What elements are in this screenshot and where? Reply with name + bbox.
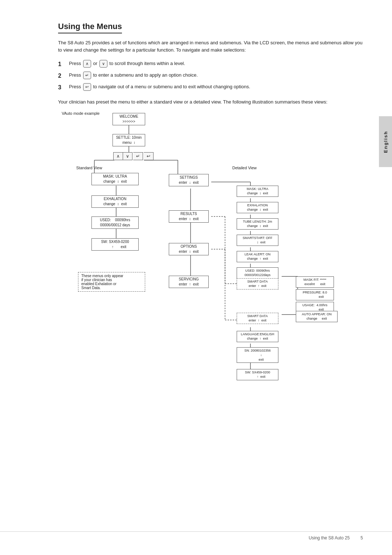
std-sw-text: SW: SX459-0200 ↑ exit <box>101 240 129 249</box>
footer: Using the S8 Auto 25 5 <box>0 531 392 540</box>
det-sw-text: SW: SX459-0200 ↑ exit <box>245 370 270 379</box>
step-3-num: 3 <box>58 83 67 92</box>
welcome-box: WELCOME>>>>>> <box>113 113 145 125</box>
det-sw-box: SW: SX459-0200 ↑ exit <box>237 369 278 380</box>
results-text: RESULTSenter ↕ exit <box>179 212 199 221</box>
det-autoappear-box: AUTO APPEAR: ONchange exit <box>296 311 338 322</box>
step-2-content: Press ↵ to enter a submenu and to apply … <box>69 72 363 79</box>
settle-box: SETTLE: 10minmenu ↕ <box>113 134 145 146</box>
det-smartdata1-text: SMART DATAenter ↑ exit <box>247 280 268 288</box>
servicing-text: SERVICINGenter ↑ exit <box>179 277 199 286</box>
settings-box: SETTINGSenter ↓ exit <box>169 174 209 186</box>
std-sw-box: SW: SX459-0200 ↑ exit <box>91 238 139 251</box>
step-3-suffix: to navigate out of a menu or submenu and… <box>93 84 250 89</box>
step-2-press: Press <box>69 72 81 78</box>
det-language-text: LANGUAGE:ENGLISHchange ↑ exit <box>241 332 274 341</box>
det-used-text: USED: 00090hrs00003/00122days <box>245 269 271 277</box>
btn-down-icon: ∨ <box>99 60 107 68</box>
dashed-note-text: These menus only appearif your clinician… <box>81 274 123 290</box>
detailed-view-label: Detailed View <box>232 166 257 170</box>
intro-text: The S8 Auto 25 provides a set of functio… <box>58 39 363 53</box>
vauto-label: VAuto mode example <box>62 111 99 116</box>
det-tube-box: TUBE LENGTH: 2mchange ↕ exit <box>237 218 278 230</box>
step-2-suffix: to enter a submenu and to apply an optio… <box>93 72 197 78</box>
det-smartstart-text: SMARTSTART: OFF ↕ exit <box>242 236 272 244</box>
diagram-svg <box>58 109 370 407</box>
settings-text: SETTINGSenter ↓ exit <box>179 175 199 185</box>
std-exhalation-box: EXHALATIONchange ↕ exit <box>91 195 139 208</box>
page-title: Using the Menus <box>58 22 122 33</box>
settle-text: SETTLE: 10minmenu ↕ <box>116 135 142 145</box>
det-maskfit-box: MASK FIT: *****excelnt exit <box>296 276 334 288</box>
step-1-or: or <box>93 61 97 66</box>
std-mask-box: MASK: ULTRAchange ↕ exit <box>91 173 139 185</box>
step-3: 3 Press ↩ to navigate out of a menu or s… <box>58 83 363 92</box>
btn-enter-icon: ↵ <box>83 72 91 79</box>
det-smartdata1-box: SMART DATAenter ↑ exit <box>237 278 278 289</box>
det-exhalation-box: EXHALATIONchange ↕ exit <box>237 202 278 213</box>
det-leak-text: LEAK ALERT: ONchange ↑ exit <box>245 252 270 261</box>
standard-view-label: Standard View <box>76 166 102 170</box>
servicing-box: SERVICINGenter ↑ exit <box>169 276 209 288</box>
step-2: 2 Press ↵ to enter a submenu and to appl… <box>58 72 363 80</box>
det-used-box: USED: 00090hrs00003/00122days <box>237 267 278 279</box>
nav-buttons-area: ∧ ∨ ↵ ↩ <box>113 152 154 160</box>
nav-back-btn: ↩ <box>144 152 154 160</box>
page-container: English Using the Menus The S8 Auto 25 p… <box>0 0 392 555</box>
det-language-box: LANGUAGE:ENGLISHchange ↑ exit <box>237 331 278 342</box>
sidebar-tab: English <box>379 116 392 167</box>
step-1-content: Press ∧ or ∨ to scroll through items wit… <box>69 60 363 68</box>
det-leak-box: LEAK ALERT: ONchange ↑ exit <box>237 251 278 262</box>
det-tube-text: TUBE LENGTH: 2mchange ↕ exit <box>243 220 272 228</box>
det-pressure-text: PRESSURE: 8.0 exit <box>303 291 327 299</box>
view-text: Your clinician has preset the menu to ei… <box>58 98 363 106</box>
step-3-content: Press ↩ to navigate out of a menu or sub… <box>69 83 363 91</box>
std-mask-text: MASK: ULTRAchange ↕ exit <box>103 174 127 183</box>
det-exhalation-text: EXHALATIONchange ↕ exit <box>247 203 268 212</box>
nav-down-btn: ∨ <box>123 152 132 160</box>
welcome-text: WELCOME>>>>>> <box>119 114 138 123</box>
options-text: OPTIONSenter ↕ exit <box>179 244 199 254</box>
det-mask-text: MASK: ULTRAchange ↕ exit <box>247 187 268 195</box>
det-mask-box: MASK: ULTRAchange ↕ exit <box>237 186 278 197</box>
det-smartdata2-box: SMART DATAenter ↑ exit <box>237 313 278 324</box>
std-used-text: USED: 00090hrs00006/00012 days <box>100 218 130 227</box>
step-2-num: 2 <box>58 72 67 80</box>
det-smartstart-box: SMARTSTART: OFF ↕ exit <box>237 235 278 246</box>
nav-up-btn: ∧ <box>113 152 123 160</box>
step-1-num: 1 <box>58 60 67 69</box>
std-exhalation-text: EXHALATIONchange ↕ exit <box>103 197 127 206</box>
sidebar-label: English <box>383 131 388 153</box>
step-3-press: Press <box>69 84 81 89</box>
dashed-note-box: These menus only appearif your clinician… <box>78 272 145 292</box>
det-sn-box: SN: 20080102356 ↓ exit <box>237 347 278 363</box>
det-pressure-box: PRESSURE: 8.0 exit <box>296 289 334 300</box>
results-box: RESULTSenter ↕ exit <box>169 210 209 223</box>
footer-page: 5 <box>360 535 363 540</box>
btn-up-icon: ∧ <box>83 60 91 68</box>
det-smartdata2-text: SMART DATAenter ↑ exit <box>247 314 268 323</box>
det-sn-text: SN: 20080102356 ↓ exit <box>244 349 271 361</box>
btn-back-icon: ↩ <box>83 83 91 91</box>
det-maskfit-text: MASK FIT: *****excelnt exit <box>303 278 326 286</box>
step-1: 1 Press ∧ or ∨ to scroll through items w… <box>58 60 363 69</box>
std-used-box: USED: 00090hrs00006/00012 days <box>91 216 139 229</box>
steps-list: 1 Press ∧ or ∨ to scroll through items w… <box>58 60 363 92</box>
diagram-area: VAuto mode example WELCOME>>>>>> SETTLE:… <box>58 109 370 407</box>
footer-title: Using the S8 Auto 25 <box>309 535 350 540</box>
det-autoappear-text: AUTO APPEAR: ONchange exit <box>302 312 332 321</box>
options-box: OPTIONSenter ↕ exit <box>169 243 209 255</box>
det-usage-text: USAGE: 4.00hrs exit <box>302 303 327 312</box>
nav-enter-btn: ↵ <box>133 152 143 160</box>
step-1-press: Press <box>69 61 81 66</box>
step-1-suffix: to scroll through items within a level. <box>109 61 185 66</box>
